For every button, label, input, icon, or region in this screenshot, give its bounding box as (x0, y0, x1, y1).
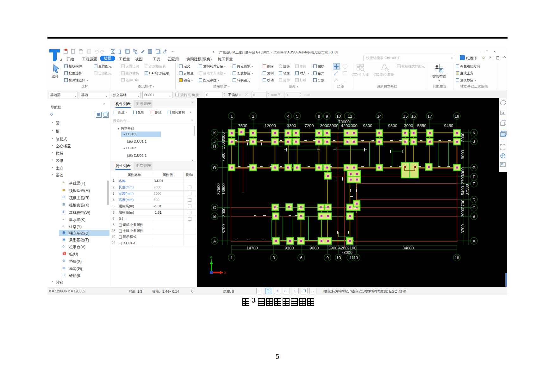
svg-text:1113: 1113 (350, 255, 358, 260)
svg-text:9450: 9450 (444, 123, 453, 128)
svg-text:12: 12 (348, 114, 352, 119)
svg-text:2700: 2700 (460, 200, 465, 209)
svg-text:17: 17 (427, 114, 432, 119)
svg-text:C: C (213, 205, 216, 210)
svg-text:2100: 2100 (347, 246, 357, 250)
svg-text:4200: 4200 (341, 123, 350, 128)
svg-text:D: D (472, 197, 475, 202)
svg-text:A: A (213, 239, 216, 243)
svg-text:K: K (213, 131, 216, 135)
svg-text:A: A (473, 239, 476, 243)
svg-text:18: 18 (455, 255, 459, 260)
svg-text:15: 15 (403, 114, 408, 119)
svg-text:3300: 3300 (287, 123, 296, 128)
svg-text:3: 3 (272, 255, 275, 260)
svg-text:8700: 8700 (460, 224, 465, 234)
svg-text:14: 14 (377, 114, 382, 119)
svg-text:78000: 78000 (341, 250, 352, 255)
svg-text:9: 9 (326, 114, 328, 119)
svg-text:8700: 8700 (221, 224, 226, 234)
svg-text:4: 4 (287, 114, 289, 119)
svg-text:000: 000 (351, 123, 358, 128)
svg-text:G: G (213, 165, 216, 170)
svg-text:3000: 3000 (460, 208, 465, 217)
svg-text:10: 10 (336, 114, 341, 119)
svg-text:16: 16 (411, 114, 416, 119)
svg-text:K: K (473, 131, 476, 135)
svg-text:7500: 7500 (238, 123, 247, 128)
svg-text:5: 5 (296, 114, 298, 119)
svg-text:9000: 9000 (310, 246, 319, 250)
svg-text:9: 9 (326, 255, 328, 260)
svg-text:6: 6 (300, 255, 302, 260)
svg-text:E: E (473, 181, 476, 186)
svg-text:18: 18 (455, 114, 459, 119)
svg-text:F: F (473, 175, 475, 179)
svg-text:8: 8 (318, 114, 320, 119)
svg-text:7200: 7200 (305, 123, 314, 128)
svg-text:9300: 9300 (285, 246, 294, 250)
svg-text:B: B (213, 214, 216, 219)
svg-text:14700: 14700 (246, 246, 258, 250)
svg-text:10: 10 (336, 255, 341, 260)
svg-text:J: J (214, 139, 216, 144)
svg-text:7500: 7500 (221, 153, 226, 162)
svg-text:2: 2 (252, 114, 254, 119)
svg-text:Y: Y (210, 256, 212, 260)
svg-text:37500: 37500 (216, 183, 221, 195)
svg-text:5400: 5400 (460, 186, 465, 195)
svg-text:G: G (472, 165, 476, 170)
svg-text:5550: 5550 (417, 123, 427, 128)
svg-text:9300: 9300 (388, 123, 397, 128)
svg-text:3000: 3000 (320, 123, 329, 128)
svg-text:9300: 9300 (363, 123, 372, 128)
svg-text:13800: 13800 (221, 183, 226, 195)
svg-text:9000: 9000 (460, 150, 465, 159)
svg-text:2700: 2700 (460, 175, 465, 184)
svg-text:3000: 3000 (404, 123, 413, 128)
svg-text:4200: 4200 (339, 246, 348, 250)
svg-text:H: H (213, 144, 216, 149)
svg-text:1: 1 (230, 114, 233, 119)
svg-text:X: X (224, 271, 227, 275)
svg-text:3900: 3900 (329, 123, 339, 128)
svg-text:3000: 3000 (221, 208, 226, 217)
svg-text:C: C (472, 205, 475, 210)
svg-text:1500: 1500 (221, 140, 226, 149)
svg-text:12000: 12000 (265, 123, 276, 128)
svg-text:37500: 37500 (465, 184, 470, 195)
svg-text:3000: 3000 (460, 133, 465, 142)
svg-text:J: J (473, 139, 475, 144)
svg-text:3900: 3900 (328, 246, 338, 250)
svg-text:34800: 34800 (402, 246, 414, 250)
svg-text:1: 1 (230, 255, 233, 260)
svg-text:B: B (473, 214, 476, 219)
